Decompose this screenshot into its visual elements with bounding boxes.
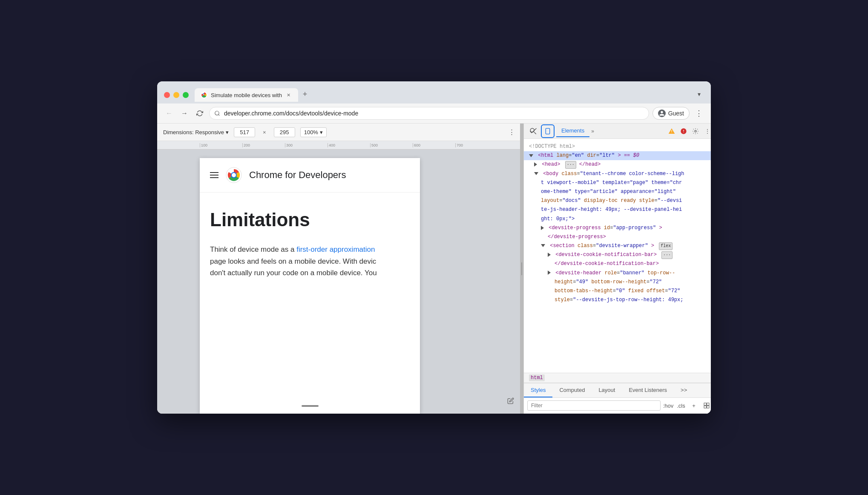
hamburger-line-1 bbox=[210, 172, 218, 173]
device-mode-button[interactable] bbox=[541, 124, 555, 138]
dom-progress-close: </devsite-progress> bbox=[524, 233, 711, 242]
styles-filter-bar: :hov .cls + bbox=[524, 398, 711, 414]
back-button[interactable]: ← bbox=[163, 107, 175, 119]
tab-favicon bbox=[201, 92, 207, 98]
dom-body-line-2: t viewport--mobile" template="page" them… bbox=[524, 178, 711, 187]
new-tab-button[interactable]: + bbox=[299, 88, 311, 100]
maximize-button[interactable] bbox=[183, 92, 189, 98]
breadcrumb-html[interactable]: html bbox=[529, 374, 545, 381]
tab-styles[interactable]: Styles bbox=[524, 383, 552, 397]
zoom-dropdown[interactable]: 100% ▾ bbox=[300, 127, 327, 137]
zoom-label: 100% bbox=[304, 129, 318, 135]
refresh-button[interactable] bbox=[194, 107, 206, 119]
ruler-mark-500: 500 bbox=[370, 143, 413, 147]
tab-title: Simulate mobile devices with bbox=[211, 92, 282, 98]
devtools-menu-icon[interactable]: ⋮ bbox=[702, 126, 711, 136]
devtools-action-icons: ⋮ ✕ bbox=[667, 126, 711, 136]
address-bar[interactable]: developer.chrome.com/docs/devtools/devic… bbox=[209, 107, 649, 120]
dom-cookie-bar-open[interactable]: <devsite-cookie-notification-bar> ··· bbox=[524, 250, 711, 259]
browser-menu-button[interactable]: ⋮ bbox=[693, 107, 705, 119]
dom-cookie-bar-close: </devsite-cookie-notification-bar> bbox=[524, 259, 711, 268]
dom-header-line-3: bottom-tabs--height="0" fixed offset="72… bbox=[524, 287, 711, 296]
forward-button[interactable]: → bbox=[178, 107, 190, 119]
settings-icon[interactable] bbox=[690, 126, 701, 136]
doctype-text: <!DOCTYPE html> bbox=[529, 144, 575, 150]
dimensions-label: Dimensions: Responsive bbox=[163, 129, 224, 135]
para-2: page looks and feels on a mobile device.… bbox=[210, 256, 410, 267]
tab-computed[interactable]: Computed bbox=[552, 383, 592, 397]
svg-point-11 bbox=[695, 130, 696, 132]
url-text: developer.chrome.com/docs/devtools/devic… bbox=[224, 110, 643, 117]
cls-button[interactable]: .cls bbox=[676, 400, 686, 411]
tab-layout[interactable]: Layout bbox=[592, 383, 622, 397]
dom-section-line[interactable]: <section class="devsite-wrapper" > flex bbox=[524, 242, 711, 250]
ruler-mark-700: 700 bbox=[455, 143, 498, 147]
title-bar-right: ▾ bbox=[694, 89, 704, 99]
address-icon bbox=[214, 110, 221, 117]
resize-handle[interactable] bbox=[520, 150, 523, 414]
browser-window: Simulate mobile devices with ✕ + ▾ ← → bbox=[157, 81, 711, 414]
style-icon-1[interactable] bbox=[701, 400, 711, 411]
hamburger-icon[interactable] bbox=[210, 172, 218, 178]
chrome-dev-page: Chrome for Developers Limitations Think … bbox=[200, 158, 420, 287]
title-bar: Simulate mobile devices with ✕ + ▾ bbox=[157, 81, 711, 104]
height-input[interactable]: 295 bbox=[274, 127, 295, 137]
svg-point-3 bbox=[215, 111, 219, 115]
first-order-link[interactable]: first-order approximation bbox=[296, 245, 375, 253]
devtools-more-tabs-icon[interactable]: » bbox=[591, 128, 594, 134]
toolbar-menu-button[interactable]: ⋮ bbox=[506, 126, 517, 138]
dimension-separator: × bbox=[263, 129, 266, 135]
tab-elements[interactable]: Elements bbox=[556, 125, 589, 137]
dom-body-line-4: layout="docs" display-toc ready style="-… bbox=[524, 196, 711, 205]
hov-button[interactable]: :hov bbox=[663, 400, 673, 411]
ruler-mark-200: 200 bbox=[242, 143, 285, 147]
dimensions-dropdown[interactable]: Dimensions: Responsive ▾ bbox=[163, 129, 229, 135]
triangle-right-icon bbox=[534, 162, 537, 167]
zoom-arrow-icon: ▾ bbox=[320, 129, 323, 135]
scroll-indicator bbox=[302, 405, 319, 407]
device-toolbar: Dimensions: Responsive ▾ 517 × 295 100% … bbox=[157, 124, 523, 141]
tab-close-button[interactable]: ✕ bbox=[285, 92, 292, 98]
dom-header-line-1[interactable]: <devsite-header role="banner" top-row-- bbox=[524, 269, 711, 278]
page-container: Chrome for Developers Limitations Think … bbox=[157, 150, 523, 414]
para-1: Think of device mode as a first-order ap… bbox=[210, 244, 410, 255]
progress-triangle-icon bbox=[541, 226, 544, 230]
dom-body-line-1[interactable]: <body class="tenant--chrome color-scheme… bbox=[524, 170, 711, 178]
minimize-button[interactable] bbox=[173, 92, 179, 98]
inspect-icon[interactable] bbox=[527, 125, 539, 137]
traffic-lights bbox=[164, 92, 189, 98]
profile-icon bbox=[658, 109, 666, 117]
devtools-header: Elements » bbox=[524, 124, 711, 139]
svg-rect-15 bbox=[707, 406, 709, 408]
dom-tree: <!DOCTYPE html> <html lang="en" dir="ltr… bbox=[524, 139, 711, 373]
profile-button[interactable]: Guest bbox=[652, 107, 690, 120]
tab-more[interactable]: >> bbox=[674, 383, 694, 397]
dom-html-line[interactable]: <html lang="en" dir="ltr" > == $0 bbox=[524, 151, 711, 160]
dom-doctype: <!DOCTYPE html> bbox=[524, 142, 711, 151]
body-text-1: Think of device mode as a bbox=[210, 245, 296, 253]
width-input[interactable]: 517 bbox=[234, 127, 255, 137]
pencil-button[interactable] bbox=[505, 395, 517, 407]
filter-input[interactable] bbox=[527, 400, 661, 411]
site-title: Chrome for Developers bbox=[249, 170, 346, 181]
dom-header-line-2: height="49" bottom-row--height="72" bbox=[524, 278, 711, 287]
close-button[interactable] bbox=[164, 92, 170, 98]
section-triangle-icon bbox=[541, 244, 545, 247]
add-style-button[interactable]: + bbox=[689, 400, 699, 411]
ruler-mark-400: 400 bbox=[328, 143, 370, 147]
tab-event-listeners[interactable]: Event Listeners bbox=[622, 383, 674, 397]
ruler-horizontal: 100 200 300 400 500 600 700 bbox=[157, 141, 523, 150]
cookie-ellipsis-badge: ··· bbox=[661, 251, 673, 259]
error-icon bbox=[678, 126, 689, 136]
body-triangle-icon bbox=[534, 172, 538, 175]
lang-attr: lang bbox=[556, 153, 569, 158]
page-heading: Limitations bbox=[210, 210, 410, 230]
dom-head-line[interactable]: <head> ··· </head> bbox=[524, 160, 711, 169]
ruler-mark-100: 100 bbox=[200, 143, 242, 147]
active-tab[interactable]: Simulate mobile devices with ✕ bbox=[195, 88, 298, 102]
header-triangle-icon bbox=[548, 271, 551, 275]
dom-progress-open[interactable]: <devsite-progress id="app-progress" > bbox=[524, 224, 711, 233]
dom-body-line-3: ome-theme" type="article" appearance="li… bbox=[524, 187, 711, 196]
chevron-down-icon[interactable]: ▾ bbox=[694, 89, 704, 99]
svg-point-7 bbox=[530, 128, 534, 132]
